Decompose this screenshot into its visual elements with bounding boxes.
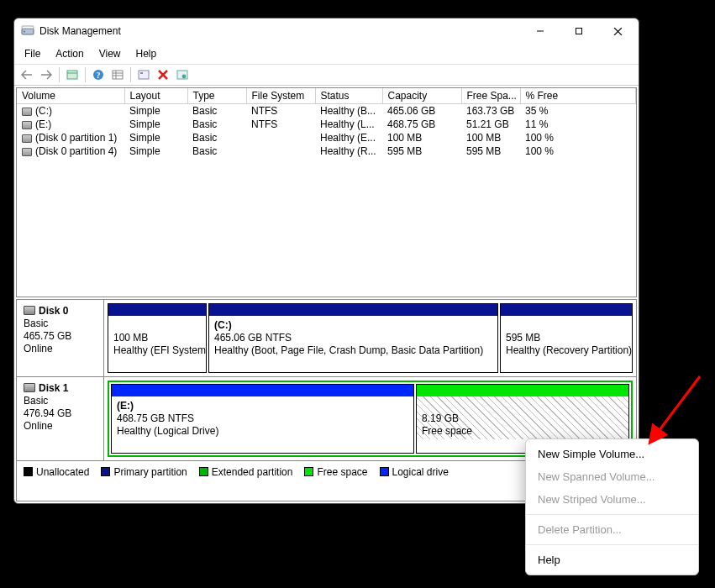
col-type[interactable]: Type: [187, 88, 246, 104]
svg-rect-19: [177, 71, 187, 79]
toolbar-separator: [59, 67, 60, 82]
col-free[interactable]: Free Spa...: [461, 88, 520, 104]
vol-fs: NTFS: [246, 118, 315, 131]
grid-button[interactable]: [108, 66, 127, 83]
partition-size: 465.06 GB NTFS: [214, 332, 292, 344]
table-row[interactable]: (Disk 0 partition 1)SimpleBasicHealthy (…: [17, 131, 636, 144]
close-button[interactable]: [598, 19, 637, 43]
vol-layout: Simple: [124, 104, 187, 118]
vol-cap: 595 MB: [382, 144, 461, 158]
disk1-partition-e[interactable]: (E:) 468.75 GB NTFS Healthy (Logical Dri…: [111, 384, 414, 454]
svg-rect-7: [67, 71, 77, 79]
col-pctfree[interactable]: % Free: [520, 88, 636, 104]
vol-name: (Disk 0 partition 4): [35, 145, 117, 157]
vol-status: Healthy (R...: [315, 144, 382, 158]
col-capacity[interactable]: Capacity: [382, 88, 461, 104]
disk0-name: Disk 0: [39, 305, 68, 317]
context-menu: New Simple Volume... New Spanned Volume.…: [525, 438, 699, 575]
svg-rect-2: [22, 26, 34, 29]
ctx-new-spanned-volume: New Spanned Volume...: [526, 465, 698, 488]
disk0-size: 465.75 GB: [24, 330, 71, 342]
minimize-button[interactable]: [521, 19, 560, 43]
maximize-button[interactable]: [560, 19, 598, 43]
ctx-delete-partition: Delete Partition...: [526, 518, 698, 541]
partition-status: Free space: [422, 425, 472, 437]
delete-button[interactable]: [154, 66, 172, 83]
disk0-partition-c[interactable]: (C:) 465.06 GB NTFS Healthy (Boot, Page …: [208, 303, 498, 373]
vol-layout: Simple: [124, 144, 187, 158]
help-button[interactable]: ?: [89, 66, 108, 83]
menu-view[interactable]: View: [92, 45, 128, 62]
partition-status: Healthy (EFI System: [113, 344, 206, 356]
disk0-info[interactable]: Disk 0 Basic 465.75 GB Online: [17, 300, 104, 376]
partition-status: Healthy (Recovery Partition): [506, 344, 632, 356]
toolbar-separator: [130, 67, 131, 82]
partition-label: (E:): [117, 400, 134, 412]
table-row[interactable]: (E:)SimpleBasicNTFSHealthy (L...468.75 G…: [17, 118, 636, 131]
svg-point-1: [24, 31, 25, 33]
drive-icon: [22, 108, 32, 116]
disk0-row: Disk 0 Basic 465.75 GB Online 100 MB Hea…: [17, 300, 636, 377]
disk0-partition-4[interactable]: 595 MB Healthy (Recovery Partition): [500, 303, 633, 373]
vol-free: 163.73 GB: [461, 104, 520, 118]
ctx-help[interactable]: Help: [526, 549, 698, 571]
vol-pct: 100 %: [520, 131, 636, 144]
vol-name: (E:): [35, 118, 51, 130]
window-title: Disk Management: [39, 25, 521, 37]
svg-rect-4: [576, 29, 582, 34]
disk0-partition-1[interactable]: 100 MB Healthy (EFI System: [108, 303, 207, 373]
volume-list[interactable]: Volume Layout Type File System Status Ca…: [16, 87, 637, 297]
svg-rect-15: [139, 71, 149, 79]
disk-icon: [24, 306, 35, 315]
partition-size: 8.19 GB: [422, 412, 459, 424]
disk0-type: Basic: [24, 318, 48, 329]
menu-help[interactable]: Help: [129, 45, 164, 62]
vol-layout: Simple: [124, 118, 187, 131]
drive-icon: [22, 134, 32, 143]
properties-button[interactable]: [173, 66, 192, 83]
vol-free: 595 MB: [461, 144, 520, 158]
disk0-status: Online: [24, 343, 53, 354]
col-layout[interactable]: Layout: [124, 88, 187, 104]
vol-name: (Disk 0 partition 1): [35, 132, 117, 144]
table-row[interactable]: (C:)SimpleBasicNTFSHealthy (B...465.06 G…: [17, 104, 636, 118]
col-status[interactable]: Status: [315, 88, 382, 104]
menu-file[interactable]: File: [18, 45, 47, 62]
drive-icon: [22, 148, 32, 156]
vol-type: Basic: [187, 118, 246, 131]
disk1-size: 476.94 GB: [24, 407, 71, 419]
vol-free: 100 MB: [461, 131, 520, 144]
legend-unallocated: Unallocated: [36, 466, 89, 478]
vol-cap: 468.75 GB: [382, 118, 461, 131]
vol-fs: [246, 144, 315, 158]
col-volume[interactable]: Volume: [17, 88, 124, 104]
vol-layout: Simple: [124, 131, 187, 144]
action-prop-button[interactable]: [134, 66, 153, 83]
refresh-button[interactable]: [63, 66, 81, 83]
svg-rect-16: [140, 72, 143, 74]
forward-button[interactable]: [37, 66, 55, 83]
back-button[interactable]: [18, 66, 36, 83]
vol-pct: 100 %: [520, 144, 636, 158]
vol-status: Healthy (E...: [315, 131, 382, 144]
legend-primary: Primary partition: [113, 466, 187, 478]
vol-status: Healthy (L...: [315, 118, 382, 131]
vol-fs: [246, 131, 315, 144]
table-row[interactable]: (Disk 0 partition 4)SimpleBasicHealthy (…: [17, 144, 636, 158]
partition-size: 595 MB: [506, 332, 540, 344]
ctx-new-simple-volume[interactable]: New Simple Volume...: [526, 443, 698, 465]
vol-type: Basic: [187, 131, 246, 144]
vol-pct: 35 %: [520, 104, 636, 118]
vol-status: Healthy (B...: [315, 104, 382, 118]
legend-logical: Logical drive: [392, 466, 449, 478]
menu-action[interactable]: Action: [49, 45, 90, 62]
vol-fs: NTFS: [246, 104, 315, 118]
disk1-info[interactable]: Disk 1 Basic 476.94 GB Online: [17, 377, 104, 460]
column-header-row[interactable]: Volume Layout Type File System Status Ca…: [17, 88, 636, 104]
vol-cap: 465.06 GB: [382, 104, 461, 118]
vol-free: 51.21 GB: [461, 118, 520, 131]
col-filesystem[interactable]: File System: [246, 88, 315, 104]
ctx-separator: [526, 544, 698, 545]
ctx-new-striped-volume: New Striped Volume...: [526, 488, 698, 511]
disk-icon: [24, 383, 35, 392]
